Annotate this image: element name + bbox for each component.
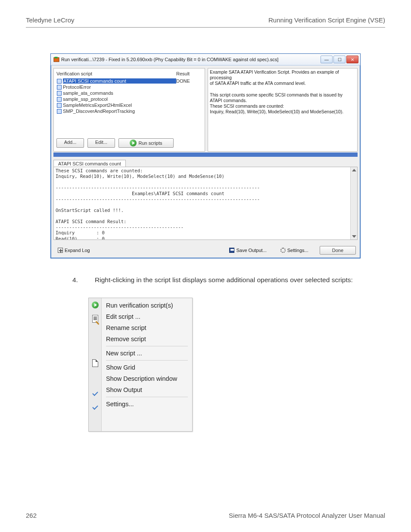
script-icon <box>56 96 62 102</box>
script-icon <box>56 103 62 108</box>
col-result: Result <box>176 71 202 76</box>
step-number: 4. <box>84 276 95 285</box>
script-name: sample_ssp_protocol <box>63 96 176 102</box>
maximize-button[interactable]: ☐ <box>333 56 346 63</box>
menu-show-description[interactable]: Show Description window <box>103 373 190 384</box>
step-text: Right-clicking in the script list displa… <box>95 276 353 283</box>
manual-title: Sierra M6-4 SAS/SATA Protocol Analyzer U… <box>229 512 385 519</box>
menu-edit-script[interactable]: Edit script ... <box>103 311 190 322</box>
script-icon <box>56 78 62 84</box>
description-text: Example SATA ATAPI Verification Script. … <box>210 69 355 115</box>
close-button[interactable]: ✕ <box>346 56 358 63</box>
settings-button[interactable]: Settings... <box>278 247 311 254</box>
menu-run-scripts[interactable]: Run verification script(s) <box>103 300 190 311</box>
script-row[interactable]: sample_ssp_protocol <box>56 96 202 102</box>
context-menu: Run verification script(s) Edit script .… <box>88 298 193 432</box>
edit-button[interactable]: Edit... <box>87 138 115 148</box>
output-log[interactable]: These SCSI commands are counted: Inquiry… <box>53 167 358 240</box>
script-name: SMP_DiscoverAndReportTracking <box>63 109 176 114</box>
settings-label: Settings... <box>287 248 308 253</box>
menu-show-output[interactable]: Show Output <box>103 384 190 395</box>
menu-settings[interactable]: Settings... <box>103 398 190 410</box>
save-icon <box>229 248 234 253</box>
menu-separator <box>106 346 188 346</box>
script-row[interactable]: ATAPI SCSI commands count DONE <box>56 78 202 84</box>
script-icon <box>56 90 62 96</box>
col-name: Verification script <box>56 71 176 76</box>
expand-log-button[interactable]: Expand Log <box>55 247 93 254</box>
list-header: Verification script Result <box>56 70 202 78</box>
play-icon <box>92 302 99 308</box>
script-list[interactable]: ATAPI SCSI commands count DONE ProtocolE… <box>56 78 202 134</box>
page-header: Teledyne LeCroy Running Verification Scr… <box>0 0 411 27</box>
app-icon <box>53 56 59 62</box>
page-footer: 262 Sierra M6-4 SAS/SATA Protocol Analyz… <box>26 512 385 519</box>
script-name: sample_ata_commands <box>63 90 176 96</box>
header-left: Teledyne LeCroy <box>26 16 75 24</box>
expand-label: Expand Log <box>65 248 90 253</box>
run-label: Run scripts <box>138 140 162 146</box>
add-button[interactable]: Add... <box>56 138 84 148</box>
script-name: SampleMetricsExport2HtmlExcel <box>63 103 176 108</box>
script-row[interactable]: SampleMetricsExport2HtmlExcel <box>56 102 202 108</box>
svg-rect-1 <box>55 57 58 59</box>
script-row[interactable]: sample_ata_commands <box>56 90 202 96</box>
run-scripts-button[interactable]: Run scripts <box>118 138 174 148</box>
splitter-bar[interactable] <box>53 152 358 157</box>
script-row[interactable]: SMP_DiscoverAndReportTracking <box>56 108 202 114</box>
titlebar: Run verificati...\7239 - Fixed in 5.20.6… <box>51 54 360 65</box>
script-list-panel: Verification script Result ATAPI SCSI co… <box>53 68 205 152</box>
script-icon <box>56 84 62 90</box>
vse-dialog: Run verificati...\7239 - Fixed in 5.20.6… <box>50 53 361 258</box>
output-tab[interactable]: ATAPI SCSI commands count <box>53 160 126 167</box>
script-name: ProtocolError <box>63 84 176 90</box>
gear-icon <box>280 248 286 253</box>
script-row[interactable]: ProtocolError <box>56 84 202 90</box>
instruction-step: 4.Right-clicking in the script list disp… <box>95 276 373 285</box>
expand-icon <box>58 248 63 253</box>
check-icon <box>93 390 98 397</box>
scrollbar[interactable] <box>350 167 357 240</box>
menu-separator <box>106 397 188 397</box>
play-icon <box>130 140 137 146</box>
menu-remove-script[interactable]: Remove script <box>103 333 190 345</box>
description-panel: Example SATA ATAPI Verification Script. … <box>208 68 358 152</box>
menu-show-grid[interactable]: Show Grid <box>103 362 190 373</box>
menu-separator <box>106 360 188 361</box>
script-name: ATAPI SCSI commands count <box>63 78 176 84</box>
page-number: 262 <box>26 512 37 519</box>
done-button[interactable]: Done <box>320 246 356 255</box>
save-output-button[interactable]: Save Output... <box>227 247 269 254</box>
menu-rename-script[interactable]: Rename script <box>103 322 190 333</box>
header-rule <box>26 27 385 28</box>
minimize-button[interactable]: — <box>321 56 333 63</box>
menu-gutter <box>89 298 102 431</box>
edit-icon <box>92 315 98 323</box>
document-icon <box>92 359 98 367</box>
script-result: DONE <box>176 78 202 84</box>
window-title: Run verificati...\7239 - Fixed in 5.20.6… <box>61 57 321 62</box>
menu-new-script[interactable]: New script ... <box>103 348 190 359</box>
check-icon <box>93 404 98 411</box>
header-right: Running Verification Script Engine (VSE) <box>268 16 385 24</box>
save-label: Save Output... <box>236 248 266 253</box>
script-icon <box>56 109 62 114</box>
output-text: These SCSI commands are counted: Inquiry… <box>56 168 355 240</box>
